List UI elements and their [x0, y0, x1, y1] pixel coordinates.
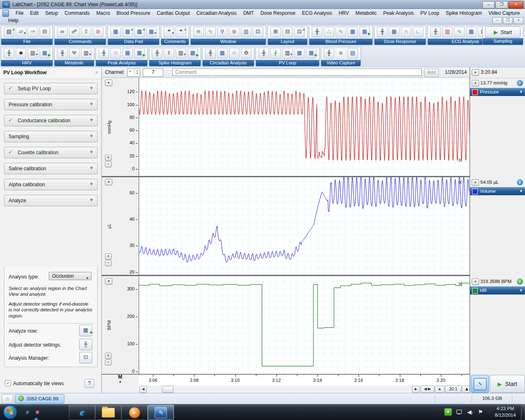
data-pad-icon[interactable]: ▦ — [110, 27, 121, 37]
restore-button[interactable]: ❐ — [495, 1, 508, 9]
menu-macro[interactable]: Macro — [93, 9, 113, 17]
menu-pv-loop[interactable]: PV Loop — [417, 9, 443, 17]
hr-plot[interactable] — [139, 276, 469, 374]
peak-settings-icon[interactable]: ╫ — [98, 48, 109, 59]
child-close-button[interactable]: × — [514, 17, 523, 24]
start-button[interactable]: ▶ Start — [490, 375, 525, 393]
channel-title-bar[interactable]: Volume▼ — [470, 187, 525, 195]
start-sampling-button[interactable]: ▶ Start — [485, 26, 520, 38]
spike-report-icon[interactable]: ▥▼ — [176, 48, 186, 59]
dr-curve-icon[interactable]: ∩ — [401, 27, 411, 37]
hrv-subject-icon[interactable]: ☻ — [16, 48, 26, 59]
menu-dose-response[interactable]: Dose Response — [257, 9, 299, 17]
channel-dropdown-button[interactable]: ▼ — [472, 179, 479, 186]
workflow-step-alpha-calibration[interactable]: Alpha calibration▼ — [4, 179, 98, 190]
menu-commands[interactable]: Commands — [61, 9, 93, 17]
analysis-manager-button[interactable]: ⊡ — [79, 352, 92, 363]
dr-stairs-icon[interactable]: ∟ — [413, 27, 423, 37]
windows-explorer-button[interactable] — [95, 405, 121, 420]
zoom-ratio-button[interactable]: 20:1 — [445, 386, 461, 393]
channel-dropdown-button[interactable]: ▼ — [472, 80, 479, 87]
menu-hrv[interactable]: HRV — [336, 9, 352, 17]
pv-report-icon[interactable]: ▥▼ — [282, 48, 293, 59]
circadian-settings-icon[interactable]: ╫ — [205, 48, 216, 59]
antivirus-icon[interactable]: + — [444, 408, 452, 416]
channel-title-bar[interactable]: Pressure▼ — [470, 88, 525, 96]
bp-table-icon[interactable]: ▦ — [347, 27, 358, 37]
spike-settings-icon[interactable]: ╫ — [152, 48, 162, 59]
image-icon[interactable]: ▨ — [347, 48, 358, 59]
ecg-detection-icon[interactable]: ▥ — [442, 27, 453, 37]
action-center-flag-icon[interactable]: ⚑ — [477, 409, 484, 415]
menu-metabolic[interactable]: Metabolic — [352, 9, 380, 17]
menu-file[interactable]: File — [12, 9, 27, 17]
goto-icon[interactable]: ⇕ — [81, 27, 91, 37]
marker-anchor[interactable]: M▼ — [118, 375, 122, 384]
menu-circadian-analysis[interactable]: Circadian Analysis — [193, 9, 240, 17]
hrv-report-icon[interactable]: ▥▼ — [27, 48, 38, 59]
menu-cardiac-output[interactable]: Cardiac Output — [153, 9, 193, 17]
close-button[interactable]: × — [509, 1, 523, 9]
labchart-button[interactable]: ∿ — [148, 405, 174, 420]
add-comment-button[interactable]: Add — [424, 68, 439, 77]
time-dropdown-button[interactable]: ▼ — [472, 69, 479, 76]
scope-view-icon[interactable]: ∿ — [205, 27, 216, 37]
menu-help[interactable]: Help — [5, 17, 22, 24]
find-icon[interactable]: ∞ — [57, 27, 68, 37]
menu-blood-pressure[interactable]: Blood Pressure — [113, 9, 153, 17]
scale-minus-button[interactable]: − — [105, 359, 112, 365]
pv-loop-icon[interactable]: ∮ — [270, 48, 281, 59]
print-icon[interactable]: ⊟ — [39, 27, 50, 37]
comment-input[interactable]: Comment — [172, 68, 422, 76]
peak-curve-icon[interactable]: ∩ — [110, 48, 121, 59]
comments-list-icon[interactable]: ❝▼ — [164, 27, 174, 37]
internet-explorer-button[interactable]: e — [69, 405, 95, 420]
open-file-icon[interactable]: ▱▼ — [16, 27, 26, 37]
add-to-data-pad-icon[interactable]: ▦+ — [122, 27, 133, 37]
volume-icon[interactable]: ◀) — [466, 409, 473, 415]
scale-minus-button[interactable]: − — [105, 161, 112, 167]
tile-views-checkbox[interactable]: ✓ — [5, 380, 11, 386]
analysis-type-dropdown[interactable]: Occlusion ▼ — [49, 272, 91, 280]
child-minimize-button[interactable]: – — [492, 17, 502, 24]
users-icon[interactable]: ☻☻ — [34, 408, 41, 415]
data-pad-view-icon[interactable]: ▥ — [241, 27, 251, 37]
spike-run-icon[interactable]: ▦▶ — [187, 48, 198, 59]
document-tab[interactable]: 2052 CAGE 89 — [15, 394, 64, 404]
home-button[interactable]: ⌂ — [2, 394, 13, 404]
analyze-now-button[interactable]: ▦▶ — [79, 325, 92, 336]
info-icon[interactable]: i — [517, 179, 523, 185]
spike-raster-icon[interactable]: ‖ — [164, 48, 174, 59]
video-settings-icon[interactable]: ╫ — [324, 48, 334, 59]
adjust-detector-button[interactable]: ╫ — [79, 339, 92, 350]
bp-scatter-icon[interactable]: ∴ — [324, 27, 334, 37]
ecg-settings-icon[interactable]: ╫ — [430, 27, 441, 37]
powerlab-device-button[interactable]: ∿ — [471, 375, 489, 393]
workflow-step-conductance-calibration[interactable]: ✓Conductance calibration▼ — [4, 115, 98, 126]
bp-waveform-icon[interactable]: ∿ — [336, 27, 346, 37]
zoom-out-button[interactable]: ▲ — [435, 386, 445, 393]
channel-dropdown-button[interactable]: ▼ — [472, 278, 479, 285]
metabolic-settings-icon[interactable]: ╫ — [57, 48, 68, 59]
peak-table-icon[interactable]: ▦ — [122, 48, 133, 59]
info-icon[interactable]: i — [517, 278, 523, 285]
hrv-run-icon[interactable]: ▦▶ — [39, 48, 50, 59]
show-desktop-button[interactable] — [521, 404, 525, 420]
circadian-gear-icon[interactable]: ⚙ — [241, 48, 251, 59]
menu-ecg-analysis[interactable]: ECG Analysis — [299, 9, 335, 17]
workflow-step-analyze[interactable]: Analyze▼ — [4, 195, 98, 206]
media-player-button[interactable]: ▶ — [121, 405, 148, 420]
scroll-right-button[interactable]: ▶ — [412, 386, 420, 393]
tile-rows-icon[interactable]: ⊟ — [282, 27, 293, 37]
pv-settings-icon[interactable]: ╫ — [258, 48, 269, 59]
help-button[interactable]: ? — [84, 379, 94, 388]
workflow-step-cuvette-calibration[interactable]: ✓Cuvette calibration▼ — [4, 147, 98, 158]
spinner-arrows-icon[interactable]: ▲▼ — [135, 69, 139, 75]
workflow-step-sampling[interactable]: Sampling▼ — [4, 131, 98, 142]
data-pad-export-icon[interactable]: ▦▼ — [146, 27, 157, 37]
pressure-plot[interactable] — [139, 78, 469, 176]
find-selection-icon[interactable]: ☍ — [69, 27, 80, 37]
menu-dmt[interactable]: DMT — [240, 9, 257, 17]
scale-plus-button[interactable]: + — [105, 353, 112, 359]
xy-view-icon[interactable]: ⊚ — [229, 27, 240, 37]
